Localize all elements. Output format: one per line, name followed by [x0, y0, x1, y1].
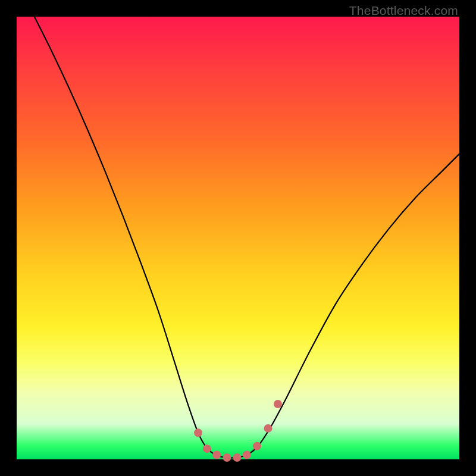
valley-marker: [212, 451, 221, 459]
valley-marker: [274, 400, 282, 408]
valley-marker: [264, 424, 273, 433]
bottleneck-curve: [35, 17, 459, 458]
valley-marker: [223, 453, 231, 462]
valley-marker-group: [194, 400, 282, 462]
watermark-text: TheBottleneck.com: [349, 4, 458, 18]
valley-marker: [203, 444, 211, 453]
outer-frame: TheBottleneck.com: [0, 0, 476, 476]
valley-marker: [243, 451, 251, 459]
plot-area: [17, 17, 459, 459]
valley-marker: [194, 428, 202, 437]
valley-marker: [233, 453, 242, 462]
chart-svg: [17, 17, 459, 459]
valley-marker: [253, 442, 261, 450]
